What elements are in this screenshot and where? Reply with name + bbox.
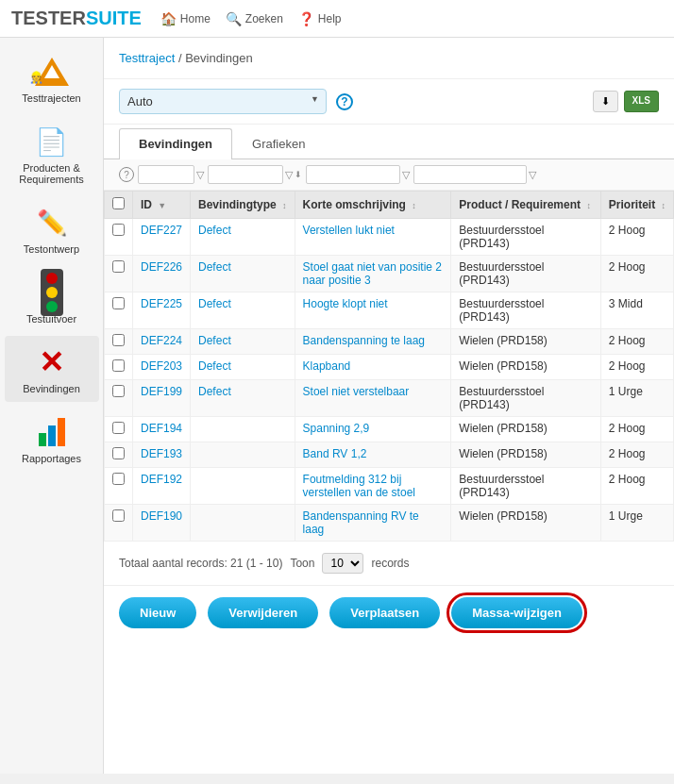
sidebar-item-rapportages[interactable]: Rapportages (5, 406, 99, 472)
id-link[interactable]: DEF192 (141, 473, 182, 486)
type-link[interactable]: Defect (198, 334, 231, 347)
row-product: Bestuurdersstoel (PRD143) (451, 219, 600, 256)
filter-product-input[interactable] (413, 165, 527, 184)
row-checkbox[interactable] (112, 297, 125, 309)
id-link[interactable]: DEF193 (141, 447, 182, 460)
verplaatsen-button[interactable]: Verplaatsen (329, 597, 440, 628)
row-type (191, 468, 295, 505)
sidebar-item-producten[interactable]: 📄 Producten & Requirements (5, 115, 99, 192)
filter-funnel-icon-2[interactable]: ▽ (285, 169, 293, 181)
id-link[interactable]: DEF203 (141, 359, 182, 373)
col-header-id[interactable]: ID ▼ (133, 192, 191, 219)
massa-wijzigen-button[interactable]: Massa-wijzigen (451, 597, 582, 628)
nav-home[interactable]: 🏠 Home (160, 11, 211, 26)
breadcrumb-current: Bevindingen (185, 51, 253, 65)
filter-button[interactable]: ⬇ (593, 91, 618, 112)
col-header-type[interactable]: Bevindingtype ↕ (191, 192, 295, 219)
id-link[interactable]: DEF227 (141, 224, 182, 237)
filter-help-icon[interactable]: ? (119, 167, 134, 182)
id-link[interactable]: DEF190 (141, 509, 182, 523)
nieuw-button[interactable]: Nieuw (119, 597, 196, 628)
row-checkbox[interactable] (112, 422, 125, 434)
col-header-product[interactable]: Product / Requirement ↕ (451, 192, 600, 219)
tab-grafieken[interactable]: Grafieken (232, 128, 325, 158)
row-id: DEF194 (133, 417, 191, 442)
sidebar-item-testuitvoer[interactable]: Testuitvoer (5, 266, 99, 332)
breadcrumb-separator: / (178, 51, 182, 65)
logo-suite: SUITE (86, 8, 142, 28)
row-type: Defect (191, 329, 295, 355)
row-desc: Hoogte klopt niet (295, 292, 451, 329)
filter-type-input[interactable] (208, 165, 283, 184)
type-link[interactable]: Defect (198, 260, 231, 274)
row-checkbox[interactable] (112, 385, 125, 397)
row-checkbox-cell (105, 505, 133, 542)
row-type: Defect (191, 292, 295, 329)
filter-desc-input[interactable] (306, 165, 400, 184)
filter-id-input[interactable] (138, 165, 194, 184)
row-checkbox[interactable] (112, 224, 125, 236)
row-checkbox[interactable] (112, 359, 125, 372)
nav-help[interactable]: ❓ Help (298, 11, 342, 26)
id-link[interactable]: DEF199 (141, 385, 182, 398)
sidebar-item-testtrajecten[interactable]: 👷 Testtrajecten (5, 45, 99, 111)
row-type: Defect (191, 355, 295, 380)
desc-link[interactable]: Bandenspanning RV te laag (303, 509, 419, 536)
table-wrapper: ID ▼ Bevindingtype ↕ Korte omschrijving … (104, 191, 674, 542)
desc-link[interactable]: Foutmelding 312 bij verstellen van de st… (303, 473, 415, 499)
filter-cell-type: ▽ ⬇ (208, 165, 302, 184)
records-per-page-select[interactable]: 10 25 50 (322, 553, 363, 574)
desc-link[interactable]: Stoel niet verstelbaar (303, 385, 410, 398)
row-checkbox[interactable] (112, 260, 125, 273)
row-priority: 1 Urge (600, 505, 673, 542)
id-link[interactable]: DEF225 (141, 297, 182, 310)
row-type: Defect (191, 256, 295, 292)
row-checkbox[interactable] (112, 509, 125, 522)
select-all-checkbox[interactable] (112, 197, 125, 209)
type-link[interactable]: Defect (198, 224, 231, 237)
desc-link[interactable]: Spanning 2,9 (303, 422, 370, 435)
row-checkbox-cell (105, 417, 133, 442)
row-checkbox[interactable] (112, 447, 125, 459)
sidebar-item-testontwerp[interactable]: ✏️ Testontwerp (5, 196, 99, 262)
id-link[interactable]: DEF194 (141, 422, 182, 435)
desc-link[interactable]: Band RV 1,2 (303, 447, 367, 460)
filter-funnel-icon-1[interactable]: ▽ (196, 169, 204, 181)
breadcrumb-parent[interactable]: Testtraject (119, 51, 175, 65)
desc-link[interactable]: Klapband (303, 359, 351, 373)
row-desc: Bandenspanning RV te laag (295, 505, 451, 542)
row-id: DEF190 (133, 505, 191, 542)
filter-funnel-icon-4[interactable]: ▽ (529, 169, 536, 181)
type-link[interactable]: Defect (198, 385, 231, 398)
col-header-priority[interactable]: Prioriteit ↕ (600, 192, 673, 219)
tab-bevindingen[interactable]: Bevindingen (119, 128, 232, 159)
id-link[interactable]: DEF226 (141, 260, 182, 274)
verwijderen-button[interactable]: Verwijderen (208, 597, 318, 628)
total-records-text: Totaal aantal records: 21 (1 - 10) (119, 557, 282, 570)
desc-link[interactable]: Bandenspanning te laag (303, 334, 425, 347)
row-product: Wielen (PRD158) (451, 505, 600, 542)
type-link[interactable]: Defect (198, 359, 231, 373)
filter-sort-arrow-2[interactable]: ⬇ (295, 170, 302, 179)
sidebar-label-rapportages: Rapportages (22, 453, 81, 464)
row-checkbox[interactable] (112, 473, 125, 485)
type-link[interactable]: Defect (198, 297, 231, 310)
sidebar-item-bevindingen[interactable]: ✕ Bevindingen (5, 336, 99, 402)
col-header-desc[interactable]: Korte omschrijving ↕ (295, 192, 451, 219)
help-icon: ❓ (298, 11, 314, 26)
desc-link[interactable]: Verstellen lukt niet (303, 224, 395, 237)
row-checkbox[interactable] (112, 334, 125, 346)
id-link[interactable]: DEF224 (141, 334, 182, 347)
help-circle-icon[interactable]: ? (336, 93, 353, 110)
row-product: Bestuurdersstoel (PRD143) (451, 380, 600, 417)
filter-funnel-icon-3[interactable]: ▽ (402, 169, 410, 181)
sidebar-label-testtrajecten: Testtrajecten (22, 92, 80, 104)
desc-link[interactable]: Hoogte klopt niet (303, 297, 388, 310)
xls-export-button[interactable]: XLS (624, 91, 659, 112)
desc-link[interactable]: Stoel gaat niet van positie 2 naar posit… (303, 260, 442, 287)
row-checkbox-cell (105, 292, 133, 329)
filter-select[interactable]: Auto (119, 89, 327, 114)
nav-zoeken[interactable]: 🔍 Zoeken (226, 11, 283, 26)
sort-icon-id: ▼ (158, 201, 166, 210)
row-id: DEF227 (133, 219, 191, 256)
